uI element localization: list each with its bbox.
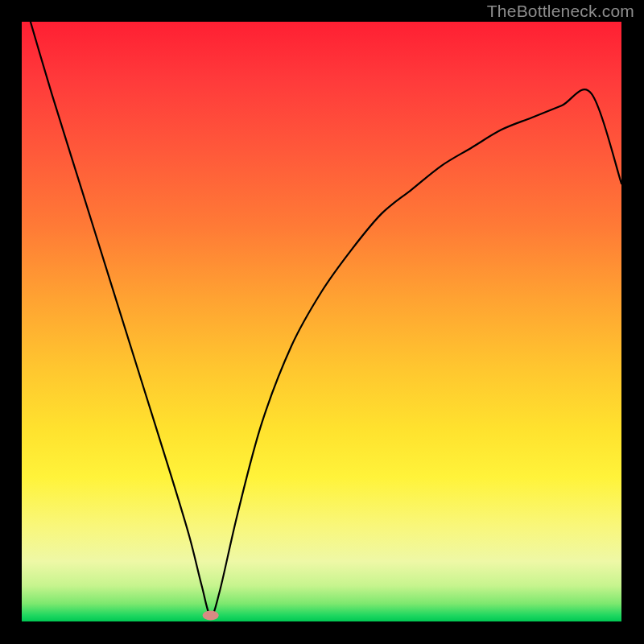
watermark-text: TheBottleneck.com — [487, 2, 634, 21]
curve-svg — [22, 22, 621, 621]
plot-area — [22, 22, 621, 621]
chart-frame: TheBottleneck.com — [0, 0, 644, 644]
min-marker — [203, 611, 219, 621]
bottleneck-curve — [22, 22, 621, 616]
